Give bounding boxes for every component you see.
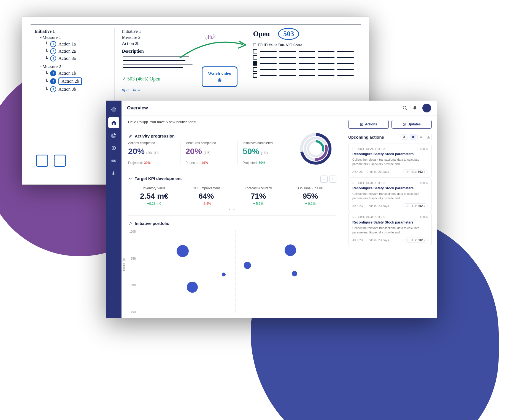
bubble[interactable]: [292, 271, 297, 276]
clock-icon: [403, 123, 406, 126]
svg-point-13: [131, 224, 132, 224]
tools-icon: [128, 134, 133, 138]
pie-icon: [111, 133, 117, 138]
sidebar: [106, 101, 121, 318]
bar-chart-icon: [111, 171, 117, 176]
action-card[interactable]: REDUCE DEAD STOCK100% Reconfigure Safety…: [348, 212, 432, 246]
sidebar-item-target[interactable]: [108, 142, 119, 154]
updates-button[interactable]: Updates: [391, 120, 432, 129]
kpi-item: Inventory Value 2.54 m€ +0.23 m€: [128, 186, 180, 206]
kpi-item: On Time - In Full 95% + 0.1%: [284, 186, 336, 206]
sidebar-item-dashboard[interactable]: [108, 130, 119, 141]
sketch-bottom-icons: [36, 155, 66, 167]
sidebar-logo[interactable]: [108, 104, 119, 115]
svg-point-19: [407, 239, 408, 240]
portfolio-heading: Initiative portfolio: [135, 221, 169, 226]
eye-icon: [406, 204, 409, 208]
portfolio-section: Initiative portfolio Result (%) 100% 75%…: [128, 219, 336, 314]
bell-icon[interactable]: [412, 106, 417, 111]
right-panel: Actions Updates Upcoming actions 3: [343, 115, 437, 318]
kpi-section: Target KPI development ‹ › Inventory Val…: [128, 173, 336, 216]
activity-section: Activity progression Actions completed 2…: [128, 128, 336, 169]
ruler-icon: [111, 158, 117, 163]
kpi-item: Forecast Accuracy 71% + 5.7%: [232, 186, 284, 206]
actions-button[interactable]: Actions: [348, 120, 389, 129]
bubble[interactable]: [187, 282, 198, 293]
warning-icon: [427, 135, 430, 139]
kpi-pagination-dots: ● ○: [128, 208, 336, 211]
kpi-heading: Target KPI development: [135, 176, 182, 181]
scatter-icon: [128, 221, 133, 226]
sidebar-item-reports[interactable]: [108, 168, 119, 179]
filter-warning-button[interactable]: [425, 134, 432, 140]
bubble[interactable]: [285, 244, 296, 256]
bubble[interactable]: [244, 262, 251, 269]
svg-point-18: [407, 205, 408, 206]
donut-chart: [298, 131, 334, 167]
logo-icon: [111, 107, 117, 113]
action-card[interactable]: REDUCE DEAD STOCK100% Reconfigure Safety…: [348, 178, 432, 212]
eye-icon: [406, 238, 409, 242]
svg-point-11: [129, 224, 130, 225]
bubble[interactable]: [177, 245, 189, 257]
greeting: Hello Philipp. You have 5 new notificati…: [128, 120, 336, 124]
tos-link[interactable]: TOs: 302 ›: [403, 238, 428, 243]
upcoming-heading: Upcoming actions: [348, 135, 398, 139]
sidebar-item-home[interactable]: [108, 117, 119, 128]
sketch-init1: Initiative 1: [34, 29, 111, 34]
tos-link[interactable]: TOs: 302 ›: [403, 169, 428, 174]
bell-small-icon: [411, 135, 415, 139]
sidebar-item-measure[interactable]: [108, 155, 119, 166]
filter-lock-button[interactable]: [417, 134, 424, 140]
svg-rect-3: [112, 160, 116, 161]
bubble[interactable]: [222, 273, 226, 276]
avatar[interactable]: [422, 104, 431, 112]
sketch-video-box: Watch video ◉: [202, 66, 238, 87]
upcoming-count: 3: [401, 134, 407, 140]
trend-icon: [128, 176, 133, 181]
tos-link[interactable]: TOs: 302 ›: [403, 203, 428, 208]
actions-icon: [360, 123, 363, 126]
svg-point-2: [113, 147, 115, 149]
svg-rect-16: [420, 137, 422, 138]
search-icon[interactable]: [403, 106, 407, 111]
target-icon: [111, 145, 117, 151]
kpi-next-button[interactable]: ›: [329, 176, 336, 183]
eye-icon: [406, 170, 409, 173]
svg-point-12: [130, 222, 131, 223]
kpi-item: OEE Improvement 64% - 2.4%: [180, 186, 232, 206]
topbar: Overview: [121, 101, 437, 115]
filter-bell-button[interactable]: [410, 134, 416, 140]
portfolio-chart: Result (%) 100% 75% 50% 25%: [137, 230, 334, 314]
svg-point-17: [407, 171, 408, 172]
kpi-prev-button[interactable]: ‹: [320, 176, 328, 183]
home-icon: [111, 120, 117, 125]
svg-point-4: [403, 106, 406, 109]
page-title: Overview: [127, 105, 148, 111]
action-card[interactable]: REDUCE DEAD STOCK100% Reconfigure Safety…: [348, 144, 432, 178]
lock-icon: [419, 135, 423, 139]
sketch-table-header: ☐ TO ID Value Due AIO Score: [253, 43, 357, 47]
app-window: Overview Hello Philipp. You have 5 new n…: [106, 101, 437, 318]
activity-heading: Activity progression: [135, 134, 175, 138]
